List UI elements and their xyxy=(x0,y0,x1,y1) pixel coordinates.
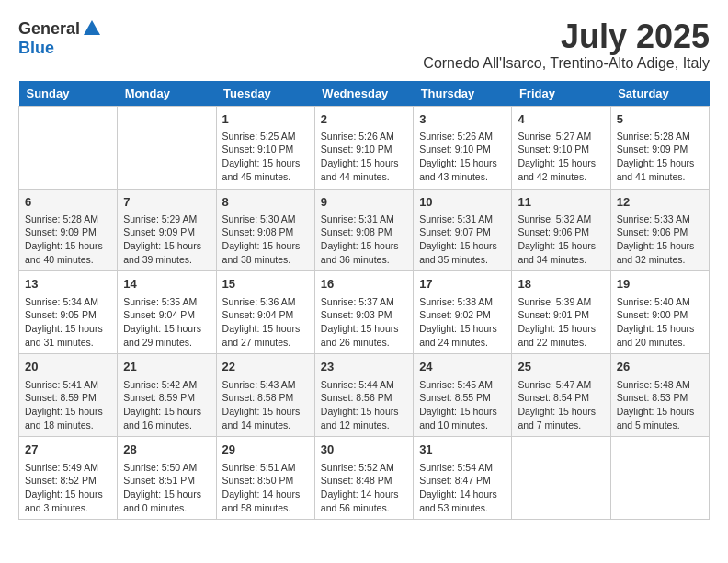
cell-content: Sunrise: 5:25 AM Sunset: 9:10 PM Dayligh… xyxy=(222,130,309,184)
cell-content: Sunrise: 5:27 AM Sunset: 9:10 PM Dayligh… xyxy=(518,130,604,184)
cell-content: Sunrise: 5:28 AM Sunset: 9:09 PM Dayligh… xyxy=(617,130,703,184)
day-number: 15 xyxy=(222,276,309,293)
day-number: 17 xyxy=(419,276,506,293)
calendar-cell: 7Sunrise: 5:29 AM Sunset: 9:09 PM Daylig… xyxy=(118,189,216,271)
cell-content: Sunrise: 5:49 AM Sunset: 8:52 PM Dayligh… xyxy=(25,461,111,515)
calendar-cell: 28Sunrise: 5:50 AM Sunset: 8:51 PM Dayli… xyxy=(118,437,216,520)
calendar-cell: 10Sunrise: 5:31 AM Sunset: 9:07 PM Dayli… xyxy=(414,189,512,271)
day-number: 16 xyxy=(321,276,407,293)
cell-content: Sunrise: 5:26 AM Sunset: 9:10 PM Dayligh… xyxy=(419,130,506,184)
cell-content: Sunrise: 5:48 AM Sunset: 8:53 PM Dayligh… xyxy=(617,378,703,432)
cell-content: Sunrise: 5:54 AM Sunset: 8:47 PM Dayligh… xyxy=(419,461,506,515)
calendar-header-thursday: Thursday xyxy=(414,81,512,107)
cell-content: Sunrise: 5:41 AM Sunset: 8:59 PM Dayligh… xyxy=(25,378,111,432)
calendar-table: SundayMondayTuesdayWednesdayThursdayFrid… xyxy=(18,81,710,521)
calendar-cell: 9Sunrise: 5:31 AM Sunset: 9:08 PM Daylig… xyxy=(314,189,413,271)
cell-content: Sunrise: 5:51 AM Sunset: 8:50 PM Dayligh… xyxy=(222,461,309,515)
location: Cornedo All'Isarco, Trentino-Alto Adige,… xyxy=(423,55,710,72)
day-number: 5 xyxy=(617,111,703,128)
calendar-cell: 16Sunrise: 5:37 AM Sunset: 9:03 PM Dayli… xyxy=(314,271,413,354)
calendar-cell: 8Sunrise: 5:30 AM Sunset: 9:08 PM Daylig… xyxy=(216,189,314,271)
cell-content: Sunrise: 5:39 AM Sunset: 9:01 PM Dayligh… xyxy=(518,295,604,350)
calendar-cell: 27Sunrise: 5:49 AM Sunset: 8:52 PM Dayli… xyxy=(19,437,118,520)
cell-content: Sunrise: 5:33 AM Sunset: 9:06 PM Dayligh… xyxy=(617,213,703,267)
logo-icon xyxy=(82,18,102,39)
calendar-week-row: 1Sunrise: 5:25 AM Sunset: 9:10 PM Daylig… xyxy=(19,106,710,189)
calendar-week-row: 27Sunrise: 5:49 AM Sunset: 8:52 PM Dayli… xyxy=(19,437,710,520)
calendar-cell xyxy=(19,106,118,189)
calendar-cell: 15Sunrise: 5:36 AM Sunset: 9:04 PM Dayli… xyxy=(216,271,314,354)
logo: General Blue xyxy=(18,18,104,58)
day-number: 30 xyxy=(321,442,407,458)
calendar-cell: 29Sunrise: 5:51 AM Sunset: 8:50 PM Dayli… xyxy=(216,437,314,520)
calendar-cell: 11Sunrise: 5:32 AM Sunset: 9:06 PM Dayli… xyxy=(512,189,610,271)
cell-content: Sunrise: 5:32 AM Sunset: 9:06 PM Dayligh… xyxy=(518,213,604,267)
calendar-cell: 14Sunrise: 5:35 AM Sunset: 9:04 PM Dayli… xyxy=(118,271,216,354)
cell-content: Sunrise: 5:26 AM Sunset: 9:10 PM Dayligh… xyxy=(321,130,407,184)
calendar-cell xyxy=(118,106,216,189)
calendar-cell: 6Sunrise: 5:28 AM Sunset: 9:09 PM Daylig… xyxy=(19,189,118,271)
day-number: 1 xyxy=(222,111,309,128)
month-title: July 2025 xyxy=(423,18,710,55)
calendar-cell: 3Sunrise: 5:26 AM Sunset: 9:10 PM Daylig… xyxy=(414,106,512,189)
cell-content: Sunrise: 5:31 AM Sunset: 9:08 PM Dayligh… xyxy=(321,213,407,267)
calendar-cell: 22Sunrise: 5:43 AM Sunset: 8:58 PM Dayli… xyxy=(216,354,314,437)
calendar-week-row: 20Sunrise: 5:41 AM Sunset: 8:59 PM Dayli… xyxy=(19,354,710,437)
calendar-header-monday: Monday xyxy=(118,81,216,107)
cell-content: Sunrise: 5:35 AM Sunset: 9:04 PM Dayligh… xyxy=(123,295,210,350)
calendar-cell: 30Sunrise: 5:52 AM Sunset: 8:48 PM Dayli… xyxy=(314,437,413,520)
calendar-cell: 18Sunrise: 5:39 AM Sunset: 9:01 PM Dayli… xyxy=(512,271,610,354)
day-number: 14 xyxy=(123,276,210,293)
day-number: 31 xyxy=(419,442,506,458)
page-header: General Blue July 2025 Cornedo All'Isarc… xyxy=(18,18,710,72)
calendar-cell: 24Sunrise: 5:45 AM Sunset: 8:55 PM Dayli… xyxy=(414,354,512,437)
calendar-cell: 20Sunrise: 5:41 AM Sunset: 8:59 PM Dayli… xyxy=(19,354,118,437)
cell-content: Sunrise: 5:28 AM Sunset: 9:09 PM Dayligh… xyxy=(25,213,111,267)
svg-marker-0 xyxy=(84,20,100,35)
day-number: 29 xyxy=(222,442,309,458)
cell-content: Sunrise: 5:45 AM Sunset: 8:55 PM Dayligh… xyxy=(419,378,506,432)
calendar-cell: 2Sunrise: 5:26 AM Sunset: 9:10 PM Daylig… xyxy=(314,106,413,189)
day-number: 8 xyxy=(222,194,309,211)
cell-content: Sunrise: 5:52 AM Sunset: 8:48 PM Dayligh… xyxy=(321,461,407,515)
day-number: 19 xyxy=(617,276,703,293)
cell-content: Sunrise: 5:34 AM Sunset: 9:05 PM Dayligh… xyxy=(25,295,111,350)
calendar-cell: 1Sunrise: 5:25 AM Sunset: 9:10 PM Daylig… xyxy=(216,106,314,189)
cell-content: Sunrise: 5:31 AM Sunset: 9:07 PM Dayligh… xyxy=(419,213,506,267)
day-number: 27 xyxy=(25,442,111,458)
day-number: 10 xyxy=(419,194,506,211)
calendar-cell: 17Sunrise: 5:38 AM Sunset: 9:02 PM Dayli… xyxy=(414,271,512,354)
calendar-cell: 19Sunrise: 5:40 AM Sunset: 9:00 PM Dayli… xyxy=(610,271,709,354)
calendar-header-sunday: Sunday xyxy=(19,81,118,107)
calendar-header-friday: Friday xyxy=(512,81,610,107)
calendar-cell: 26Sunrise: 5:48 AM Sunset: 8:53 PM Dayli… xyxy=(610,354,709,437)
day-number: 9 xyxy=(321,194,407,211)
cell-content: Sunrise: 5:29 AM Sunset: 9:09 PM Dayligh… xyxy=(123,213,210,267)
day-number: 11 xyxy=(518,194,604,211)
day-number: 21 xyxy=(123,359,210,375)
cell-content: Sunrise: 5:50 AM Sunset: 8:51 PM Dayligh… xyxy=(123,461,210,515)
calendar-header-row: SundayMondayTuesdayWednesdayThursdayFrid… xyxy=(19,81,710,107)
cell-content: Sunrise: 5:40 AM Sunset: 9:00 PM Dayligh… xyxy=(617,295,703,350)
day-number: 7 xyxy=(123,194,210,211)
calendar-cell xyxy=(512,437,610,520)
day-number: 18 xyxy=(518,276,604,293)
calendar-cell: 21Sunrise: 5:42 AM Sunset: 8:59 PM Dayli… xyxy=(118,354,216,437)
day-number: 13 xyxy=(25,276,111,293)
day-number: 12 xyxy=(617,194,703,211)
calendar-cell: 31Sunrise: 5:54 AM Sunset: 8:47 PM Dayli… xyxy=(414,437,512,520)
cell-content: Sunrise: 5:38 AM Sunset: 9:02 PM Dayligh… xyxy=(419,295,506,350)
calendar-cell xyxy=(610,437,709,520)
calendar-cell: 13Sunrise: 5:34 AM Sunset: 9:05 PM Dayli… xyxy=(19,271,118,354)
calendar-cell: 25Sunrise: 5:47 AM Sunset: 8:54 PM Dayli… xyxy=(512,354,610,437)
calendar-header-saturday: Saturday xyxy=(610,81,709,107)
cell-content: Sunrise: 5:43 AM Sunset: 8:58 PM Dayligh… xyxy=(222,378,309,432)
cell-content: Sunrise: 5:44 AM Sunset: 8:56 PM Dayligh… xyxy=(321,378,407,432)
calendar-cell: 5Sunrise: 5:28 AM Sunset: 9:09 PM Daylig… xyxy=(610,106,709,189)
calendar-cell: 12Sunrise: 5:33 AM Sunset: 9:06 PM Dayli… xyxy=(610,189,709,271)
cell-content: Sunrise: 5:37 AM Sunset: 9:03 PM Dayligh… xyxy=(321,295,407,350)
cell-content: Sunrise: 5:30 AM Sunset: 9:08 PM Dayligh… xyxy=(222,213,309,267)
logo-general-text: General xyxy=(18,19,80,39)
calendar-header-wednesday: Wednesday xyxy=(314,81,413,107)
calendar-week-row: 6Sunrise: 5:28 AM Sunset: 9:09 PM Daylig… xyxy=(19,189,710,271)
